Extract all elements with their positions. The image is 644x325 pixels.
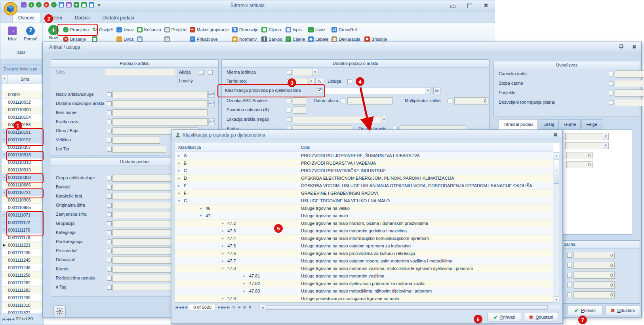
klasifikacija-checkbox[interactable] [318, 88, 322, 93]
tree-row[interactable]: ▸47.4Usluge trgovine na malo informacijs… [175, 235, 553, 242]
field-checkbox[interactable] [609, 72, 614, 76]
tree-row[interactable]: ▸47.9Usluge posredovanja u uslugama trgo… [175, 295, 553, 302]
expander-icon[interactable]: ▾ [222, 266, 224, 270]
tab-intrastat-podaci[interactable]: Intrastat podaci [499, 119, 538, 129]
grid-row[interactable]: 0001110156 [2, 121, 43, 129]
grid-row[interactable]: 0001110307 [2, 144, 43, 151]
field-checkbox[interactable] [107, 138, 112, 143]
tree-row[interactable]: ▸47.6Usluge trgovine na malo proizvodima… [175, 250, 553, 257]
field-checkbox[interactable] [107, 147, 112, 152]
promjena-button[interactable]: ↓Promjena [63, 26, 89, 33]
multiplikator-input[interactable] [454, 97, 488, 105]
akcija-checkbox-2[interactable] [208, 70, 213, 75]
field-input[interactable] [112, 137, 160, 144]
pin-icon[interactable] [619, 44, 624, 50]
expander-icon[interactable]: ▸ [222, 236, 224, 240]
tab-ležaj[interactable]: Ležaj [539, 119, 558, 129]
grid-row[interactable]: 0001111262 [2, 279, 43, 287]
grid-header-indicator[interactable]: * [2, 75, 7, 84]
minimize-button[interactable] [450, 3, 456, 8]
grid-row[interactable]: 0001110319 [2, 166, 43, 174]
tree-row[interactable]: ▸BPROIZVODI RUDARSTVA I VAĐENJA [175, 160, 553, 167]
uvoz-button[interactable]: ←Uvoz [308, 26, 325, 33]
grid-row[interactable]: ▸0001111170 [2, 226, 43, 234]
field-checkbox[interactable] [107, 101, 112, 106]
grid-row[interactable]: 00009 [2, 91, 43, 99]
ispis-button[interactable]: ▤Ispis [286, 26, 302, 33]
field-checkbox[interactable] [567, 293, 572, 297]
field-checkbox[interactable] [609, 81, 614, 86]
grid-header-sifra[interactable]: Šifra [7, 75, 43, 84]
expander-icon[interactable]: ▸ [222, 221, 224, 225]
tree-row[interactable]: ▾47.8Usluge trgovine na malo motornim vo… [175, 265, 553, 272]
field-checkbox[interactable] [107, 267, 112, 272]
translate-icon[interactable]: A⇄ [208, 91, 215, 98]
tree-row[interactable]: ▸DOPSKRBA ELEKTRIČNOM ENERGIJOM, PLINOM,… [175, 175, 553, 182]
big-button-pomoć[interactable]: ?Pomoć [22, 25, 39, 48]
tree-row[interactable]: ▸FGRAĐEVINE I GRAĐEVINSKI RADOVI [175, 190, 553, 197]
nav-edit-icon[interactable]: ✳ [243, 305, 246, 310]
expander-icon[interactable]: ▸ [244, 274, 246, 278]
klasifikacija-lookup-button[interactable]: ▤ [433, 87, 440, 94]
translate-icon[interactable]: A⇄ [208, 118, 215, 125]
grid-row[interactable]: 0001111299 [2, 294, 43, 302]
tree-row[interactable]: ▸47.81Usluge trgovine na malo motornim v… [175, 272, 553, 280]
popup-cancel-button[interactable]: ✖Odustani [524, 313, 558, 321]
field-checkbox[interactable] [107, 110, 112, 115]
field-input[interactable] [615, 70, 644, 78]
field-checkbox[interactable] [567, 283, 572, 287]
expander-icon[interactable]: ▸ [222, 259, 224, 263]
grid-row[interactable]: 0001110090 [2, 106, 43, 114]
field-checkbox[interactable] [107, 249, 112, 253]
tree-row[interactable]: ▸47.2Usluge trgovine na malo hranom, pić… [175, 220, 553, 227]
košarica-button[interactable]: ▣Košarica [137, 26, 161, 33]
grid-row[interactable]: 0001110906 [2, 196, 43, 204]
povratna-input[interactable] [293, 106, 306, 114]
oznaka-checkbox[interactable] [287, 99, 292, 103]
mjerna-combo[interactable]: ▼ [293, 69, 318, 76]
tree-row[interactable]: ▸47.82Usluge trgovine na malo dijelovima… [175, 280, 553, 287]
grid-row-empty[interactable] [2, 84, 43, 91]
grid-row[interactable]: 0001111246 [2, 264, 43, 272]
nav-last-icon[interactable]: ▶ ▶▶ ▶| [218, 306, 230, 309]
horizontal-scrollbar[interactable]: ◀ [259, 305, 560, 310]
field-checkbox[interactable] [107, 92, 112, 97]
tree-row[interactable]: ▾GUSLUGE TRGOVINE NA VELIKO I NA MALO [175, 197, 553, 205]
expander-icon[interactable]: ▸ [222, 229, 224, 233]
maximize-button[interactable] [466, 3, 473, 8]
povratna-checkbox[interactable] [287, 108, 292, 112]
expander-icon[interactable]: ▸ [178, 191, 180, 195]
tab-felge[interactable]: Felge [581, 119, 602, 129]
field-checkbox[interactable] [107, 276, 112, 281]
intrastat-combo-1[interactable]: ▼ [565, 133, 609, 140]
field-checkbox[interactable] [107, 185, 112, 190]
field-checkbox[interactable] [609, 100, 614, 105]
field-checkbox[interactable] [107, 129, 112, 133]
popup-accept-button[interactable]: ✔Prihvati [487, 313, 521, 321]
field-input[interactable] [112, 109, 208, 116]
grid-row[interactable]: 0001110318 [2, 159, 43, 166]
expander-icon[interactable]: ▸ [178, 161, 180, 165]
popup-close-icon[interactable]: ✖ [553, 132, 558, 138]
grid-row[interactable]: ▸0001110313 [2, 151, 43, 159]
dimenzije-button[interactable]: ⇅Dimenzije [232, 26, 258, 33]
grid-row[interactable]: ▸0001110191 [2, 129, 43, 136]
grid-row[interactable]: 0001111176 [2, 234, 43, 241]
field-input[interactable] [574, 252, 615, 259]
expander-icon[interactable]: ▸ [200, 206, 202, 210]
crossref-button[interactable]: ⇄CrossRef [332, 26, 357, 33]
expander-icon[interactable]: ▸ [244, 281, 246, 285]
grid-row[interactable]: 0001111245 [2, 257, 43, 264]
grid-row[interactable]: ▸0001111122 [2, 219, 43, 226]
tree-row[interactable]: ▸APROIZVODI POLJOPRIVREDE, ŠUMARSTVA I R… [175, 152, 553, 160]
field-checkbox[interactable] [609, 91, 614, 95]
scroll-up-icon[interactable]: ▲ [554, 152, 559, 158]
grid-row[interactable]: 0001110985 [2, 204, 43, 211]
scroll-down-icon[interactable]: ▼ [554, 296, 559, 302]
col-klasifikacija[interactable]: Klasifikacija [175, 143, 299, 152]
field-checkbox[interactable] [107, 176, 112, 181]
field-checkbox[interactable] [567, 273, 572, 277]
field-checkbox[interactable] [107, 258, 112, 262]
expander-icon[interactable]: ▸ [178, 169, 180, 173]
field-checkbox[interactable] [107, 120, 112, 124]
